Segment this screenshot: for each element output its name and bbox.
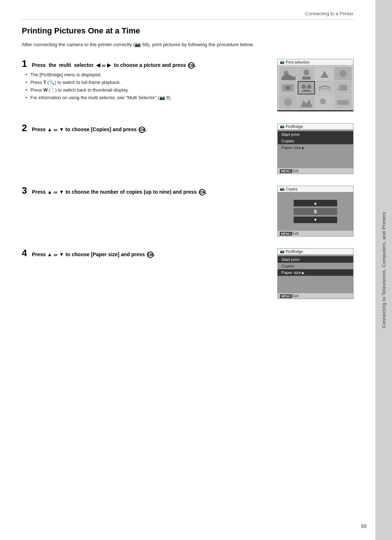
thumbnail-grid: [278, 65, 353, 110]
screen-print-selection: 📷 Print selection: [277, 59, 354, 112]
step-4-number: 4: [22, 248, 29, 258]
thumb-10: [298, 95, 315, 109]
screen-copies: 📷 Copies ▲ 8 ▼ MENUExit: [277, 186, 354, 237]
camera-icon-3: 📷: [280, 187, 284, 191]
step-2-number: 2: [22, 123, 29, 133]
step-1: 1 Press the multi selector ◀ or ▶ to cho…: [22, 59, 354, 112]
thumb-7: [316, 81, 334, 94]
screen-pictbridge-1: 📷 PictBridge Start print Copies Paper si…: [277, 123, 354, 174]
svg-point-7: [339, 70, 346, 77]
start-print-item-2: Start print: [278, 256, 353, 263]
section-title: Printing Pictures One at a Time: [22, 26, 354, 36]
bullet-1-1: The [PictBridge] menu is displayed.: [25, 71, 270, 79]
step-4-header: 4 Press ▲ or ▼ to choose [Paper size] an…: [22, 248, 270, 258]
bullet-1-3: Press W (⋮) to switch back to thumbnail …: [25, 86, 270, 94]
page: Connecting to Televisions, Computers, an…: [0, 0, 392, 540]
paper-size-item: Paper size: [278, 144, 353, 151]
menu-label-1: ▲MENU: [280, 111, 294, 111]
step-1-instruction: Press the multi selector ◀ or ▶ to choos…: [32, 61, 196, 69]
step-1-left: 1 Press the multi selector ◀ or ▶ to cho…: [22, 59, 270, 102]
pictbridge-menu-1: Start print Copies Paper size: [278, 130, 353, 168]
thumb-5: [279, 81, 297, 94]
thumb-4: [334, 67, 352, 80]
step-3-left: 3 Press ▲ or ▼ to choose the number of c…: [22, 186, 270, 198]
svg-rect-14: [316, 81, 334, 94]
svg-rect-23: [337, 100, 349, 105]
screen-1-title: Print selection: [286, 60, 310, 64]
thumb-12: [334, 95, 352, 109]
step-3-screen: 📷 Copies ▲ 8 ▼ MENUExit: [277, 186, 354, 237]
screen-4-title: PictBridge: [286, 249, 303, 254]
bullet-1-4: For information on using the multi selec…: [25, 94, 270, 102]
thumb-11: [316, 95, 334, 109]
screen-title-bar-3: 📷 Copies: [278, 186, 353, 192]
main-content: Connecting to a Printer Printing Picture…: [0, 0, 375, 540]
step-1-screen: 📷 Print selection: [277, 59, 354, 112]
copies-down-arrow: ▼: [294, 217, 337, 223]
menu-key-4: MENU: [280, 294, 292, 298]
step-1-number: 1: [22, 59, 29, 68]
copies-item-2: Copies: [278, 263, 353, 269]
copies-body: ▲ 8 ▼: [278, 192, 353, 231]
step-4-instruction: Press ▲ or ▼ to choose [Paper size] and …: [32, 251, 155, 258]
step-2-instruction: Press ▲ or ▼ to choose [Copies] and pres…: [32, 126, 147, 133]
step-4: 4 Press ▲ or ▼ to choose [Paper size] an…: [22, 248, 354, 299]
copies-exit: MENUExit: [278, 231, 353, 236]
svg-point-3: [303, 69, 309, 75]
screen-title-bar-1: 📷 Print selection: [278, 59, 353, 65]
paper-size-item-2: Paper size: [278, 269, 353, 276]
side-tab: Connecting to Televisions, Computers, an…: [375, 0, 392, 540]
step-4-screen: 📷 PictBridge Start print Copies Paper si…: [277, 248, 354, 299]
step-2-header: 2 Press ▲ or ▼ to choose [Copies] and pr…: [22, 123, 270, 133]
screen-pictbridge-2: 📷 PictBridge Start print Copies Paper si…: [277, 248, 354, 299]
step-2-left: 2 Press ▲ or ▼ to choose [Copies] and pr…: [22, 123, 270, 136]
side-tab-text: Connecting to Televisions, Computers, an…: [381, 212, 387, 328]
pictbridge-exit-2: MENUExit: [278, 293, 353, 299]
svg-point-10: [286, 85, 290, 90]
step-1-header: 1 Press the multi selector ◀ or ▶ to cho…: [22, 59, 270, 69]
screen-title-bar-4: 📷 PictBridge: [278, 249, 353, 255]
svg-rect-16: [339, 85, 347, 90]
thumb-9: [279, 95, 297, 109]
screen-3-title: Copies: [286, 187, 298, 191]
page-header: Connecting to a Printer: [22, 11, 354, 20]
step-4-left: 4 Press ▲ or ▼ to choose [Paper size] an…: [22, 248, 270, 261]
thumb-8: [334, 81, 352, 94]
menu-key-3: MENU: [280, 232, 292, 235]
svg-rect-4: [302, 76, 310, 79]
camera-icon: 📷: [280, 60, 284, 64]
bullet-1-2: Press T (🔍) to switch to full-frame play…: [25, 79, 270, 86]
svg-rect-11: [298, 82, 315, 94]
step-3-number: 3: [22, 186, 29, 195]
step-1-bullets: The [PictBridge] menu is displayed. Pres…: [22, 71, 270, 102]
thumb-3: [316, 67, 334, 80]
step-3: 3 Press ▲ or ▼ to choose the number of c…: [22, 186, 354, 237]
pictbridge-exit-1: MENUExit: [278, 168, 353, 174]
thumb-6: [298, 81, 315, 94]
step-3-instruction: Press ▲ or ▼ to choose the number of cop…: [32, 188, 207, 196]
header-title: Connecting to a Printer: [305, 11, 354, 16]
svg-point-21: [320, 98, 326, 104]
step-2-screen: 📷 PictBridge Start print Copies Paper si…: [277, 123, 354, 174]
copies-value: 8: [294, 208, 337, 215]
screen-2-title: PictBridge: [286, 124, 303, 129]
start-print-item: Start print: [278, 131, 353, 138]
menu-key-1: MENU: [280, 169, 292, 173]
screen-1-bottom: ▲MENU 🔍: [278, 110, 353, 111]
zoom-icon: 🔍: [347, 111, 351, 111]
copies-up-arrow: ▲: [294, 200, 337, 206]
camera-icon-4: 📷: [280, 249, 284, 253]
svg-point-18: [284, 98, 292, 106]
step-2: 2 Press ▲ or ▼ to choose [Copies] and pr…: [22, 123, 354, 174]
pictbridge-menu-2: Start print Copies Paper size: [278, 255, 353, 293]
intro-text: After connecting the camera to the print…: [22, 41, 354, 49]
screen-title-bar-2: 📷 PictBridge: [278, 124, 353, 130]
svg-point-13: [307, 85, 311, 89]
step-3-header: 3 Press ▲ or ▼ to choose the number of c…: [22, 186, 270, 196]
svg-point-12: [301, 85, 306, 89]
copies-item: Copies: [278, 138, 353, 144]
thumb-2: [298, 67, 315, 80]
page-number: 69: [361, 523, 367, 529]
camera-icon-2: 📷: [280, 124, 284, 128]
thumb-1: [279, 67, 297, 80]
